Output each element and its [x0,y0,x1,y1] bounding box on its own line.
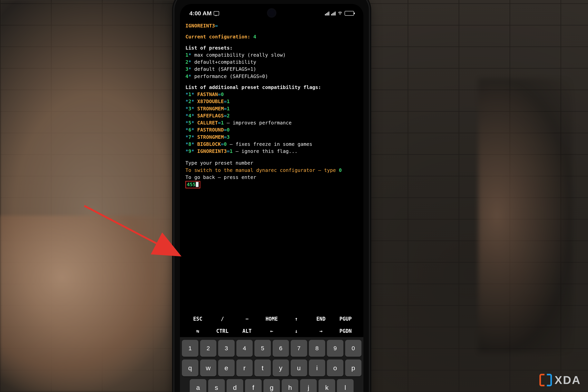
terminal-output[interactable]: IGNOREINT3= Current configuration: 4 Lis… [180,20,364,313]
key-q[interactable]: q [182,360,198,376]
terminal-input-line[interactable]: 455 [186,181,358,188]
notification-chat-icon [214,11,219,16]
hand-thumb [0,216,176,392]
key-p[interactable]: p [345,360,362,376]
terminal-prompt-line: To switch to the manual dynarec configur… [186,167,358,174]
key-h[interactable]: h [282,379,298,392]
key-t[interactable]: t [254,360,271,376]
extra-key-[interactable]: ← [259,327,284,335]
key-6[interactable]: 6 [273,340,289,357]
terminal-flag-line: *1* FASTNAN=0 [186,91,358,98]
key-j[interactable]: j [300,379,317,392]
key-0[interactable]: 0 [345,340,362,357]
battery-icon [344,11,354,16]
extra-key-pgdn[interactable]: PGDN [333,327,358,335]
key-7[interactable]: 7 [291,340,307,357]
terminal-presets-header: List of presets: [186,44,358,52]
xda-watermark: XDA [540,374,581,386]
terminal-line: IGNOREINT3= [186,22,358,30]
terminal-flag-line: *2* X87DOUBLE=1 [186,98,358,105]
key-d[interactable]: d [226,379,243,392]
terminal-flag-line: *6* FASTROUND=0 [186,126,358,134]
terminal-preset-line: 3* default (SAFEFLAGS=1) [186,66,358,73]
key-4[interactable]: 4 [236,340,253,357]
key-i[interactable]: i [309,360,325,376]
cellular-signal-2-icon [331,11,336,16]
terminal-flag-line: *4* SAFEFLAGS=2 [186,112,358,119]
watermark-text: XDA [555,374,581,386]
key-3[interactable]: 3 [218,340,234,357]
terminal-flag-line: *9* IGNOREINT3=1 – ignore this flag... [186,148,358,155]
extra-key-[interactable]: → [309,327,334,335]
soft-keyboard: 1234567890 qwertyuiop asdfghjkl zxcvbnm [180,337,364,392]
extra-key-end[interactable]: END [309,315,334,323]
key-l[interactable]: l [337,379,354,392]
key-a[interactable]: a [190,379,206,392]
key-e[interactable]: e [218,360,234,376]
terminal-line: Current configuration: 4 [186,33,358,40]
key-f[interactable]: f [245,379,262,392]
status-time: 4:00 AM [189,10,212,17]
terminal-flags-header: List of additional preset compatibility … [186,84,358,91]
text-cursor [196,182,198,187]
terminal-prompt-line: Type your preset number [186,160,358,166]
key-2[interactable]: 2 [200,340,216,357]
key-1[interactable]: 1 [182,340,198,357]
key-r[interactable]: r [236,360,253,376]
key-w[interactable]: w [200,360,216,376]
extra-key-[interactable]: − [234,315,259,323]
terminal-prompt-line: To go back – press enter [186,174,358,181]
terminal-flag-line: *3* STRONGMEM=1 [186,105,358,112]
terminal-flag-line: *5* CALLRET=1 – improves performance [186,119,358,126]
phone-screen: 4:00 AM IGNOREINT3= C [180,4,364,392]
phone-body: 4:00 AM IGNOREINT3= C [174,0,369,392]
extra-key-pgup[interactable]: PGUP [333,315,358,323]
key-8[interactable]: 8 [309,340,325,357]
cellular-signal-1-icon [325,11,329,16]
terminal-preset-line: 4* performance (SAFEFLAGS=0) [186,73,358,80]
hand-right-side [478,78,572,353]
extra-key-esc[interactable]: ESC [186,315,210,323]
key-y[interactable]: y [273,360,289,376]
terminal-flag-line: *7* STRONGMEM=3 [186,134,358,141]
terminal-flag-line: *8* BIGBLOCK=0 – fixes freeze in some ga… [186,141,358,148]
terminal-preset-line: 2* default+compatibility [186,58,358,66]
key-9[interactable]: 9 [327,340,344,357]
wifi-icon [338,11,342,16]
extra-key-[interactable]: ⇆ [186,327,210,335]
key-u[interactable]: u [291,360,307,376]
key-g[interactable]: g [264,379,280,392]
terminal-extra-keys: ESC/−HOME↑ENDPGUP ⇆CTRLALT←↓→PGDN [180,313,364,337]
extra-key-[interactable]: ↓ [284,327,309,335]
terminal-typed-value: 455 [187,182,196,188]
extra-key-[interactable]: / [210,315,235,323]
key-k[interactable]: k [318,379,335,392]
extra-key-ctrl[interactable]: CTRL [210,327,235,335]
key-5[interactable]: 5 [254,340,271,357]
extra-key-alt[interactable]: ALT [234,327,259,335]
extra-key-home[interactable]: HOME [259,315,284,323]
terminal-preset-line: 1* max compatibility (really slow) [186,52,358,58]
key-s[interactable]: s [208,379,225,392]
extra-key-[interactable]: ↑ [284,315,309,323]
punch-hole-camera [268,10,275,16]
xda-logo-icon [540,374,552,386]
svg-point-0 [340,14,340,15]
key-o[interactable]: o [327,360,344,376]
